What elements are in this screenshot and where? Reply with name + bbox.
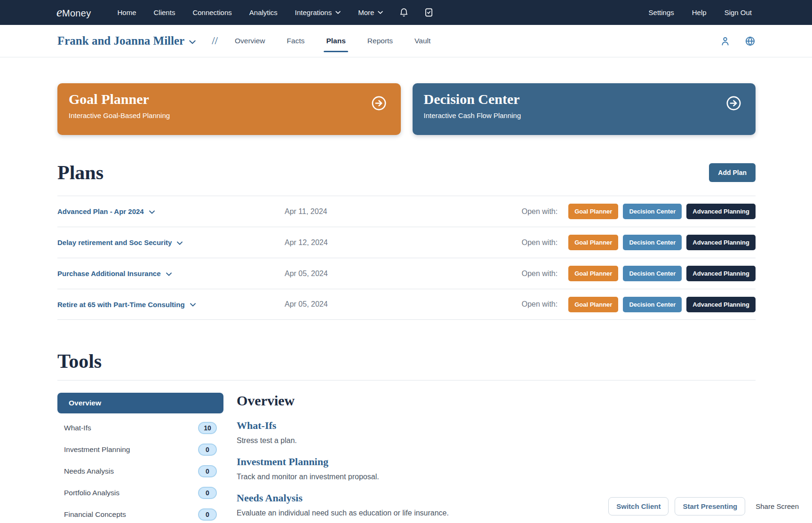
tab-plans[interactable]: Plans (326, 34, 345, 48)
chevron-down-icon (190, 302, 196, 307)
nav-item-help[interactable]: Help (692, 8, 707, 16)
sidebar-item-label: Portfolio Analysis (64, 489, 119, 497)
chevron-down-icon (166, 271, 172, 276)
nav-item-clients[interactable]: Clients (154, 8, 175, 16)
client-name-dropdown[interactable]: Frank and Joanna Miller (57, 34, 196, 48)
tool-item: Needs Analysis Evaluate an individual ne… (237, 492, 449, 517)
tools-content: Overview What-Ifs Stress test a plan. In… (237, 393, 449, 523)
open-with-label: Open with: (522, 207, 557, 216)
plan-name-dropdown[interactable]: Retire at 65 with Part-Time Consulting (57, 301, 285, 309)
plan-date: Apr 12, 2024 (285, 238, 328, 247)
chevron-down-icon (189, 38, 196, 44)
open-advanced-planning-button[interactable]: Advanced Planning (686, 266, 756, 281)
tasks-icon[interactable] (424, 8, 434, 17)
chevron-down-icon (149, 209, 155, 214)
count-badge: 0 (198, 508, 217, 521)
goal-planner-card[interactable]: Goal Planner Interactive Goal-Based Plan… (57, 83, 401, 135)
plan-list: Advanced Plan - Apr 2024 Apr 11, 2024 Op… (57, 196, 756, 320)
nav-item-analytics[interactable]: Analytics (249, 8, 278, 16)
sidebar-item-what-ifs[interactable]: What-Ifs 10 (57, 417, 223, 439)
plans-section: Plans Add Plan Advanced Plan - Apr 2024 … (57, 162, 756, 320)
top-nav-icons (399, 8, 434, 17)
switch-client-button[interactable]: Switch Client (608, 497, 669, 515)
add-plan-button[interactable]: Add Plan (709, 163, 756, 182)
sidebar-item-portfolio-analysis[interactable]: Portfolio Analysis 0 (57, 482, 223, 504)
card-title: Decision Center (424, 91, 745, 107)
plan-name-dropdown[interactable]: Purchase Additional Insurance (57, 269, 285, 277)
open-decision-center-button[interactable]: Decision Center (623, 266, 682, 281)
open-decision-center-button[interactable]: Decision Center (623, 235, 682, 250)
open-advanced-planning-button[interactable]: Advanced Planning (686, 204, 756, 219)
client-nav-icons (720, 36, 756, 47)
main-content: Goal Planner Interactive Goal-Based Plan… (0, 83, 812, 523)
tool-link-investment-planning[interactable]: Investment Planning (237, 456, 449, 468)
client-tabs: Overview Facts Plans Reports Vault (235, 34, 430, 48)
person-icon[interactable] (720, 36, 731, 47)
card-subtitle: Interactive Cash Flow Planning (424, 111, 745, 119)
launch-cards: Goal Planner Interactive Goal-Based Plan… (57, 83, 756, 135)
decision-center-card[interactable]: Decision Center Interactive Cash Flow Pl… (413, 83, 756, 135)
tool-link-what-ifs[interactable]: What-Ifs (237, 420, 449, 432)
sidebar-item-label: Overview (69, 399, 101, 407)
plan-row: Purchase Additional Insurance Apr 05, 20… (57, 258, 756, 289)
sidebar-item-label: Needs Analysis (64, 467, 114, 475)
tab-facts[interactable]: Facts (287, 34, 305, 48)
plan-row: Retire at 65 with Part-Time Consulting A… (57, 289, 756, 320)
nav-item-integrations[interactable]: Integrations (295, 8, 341, 16)
open-advanced-planning-button[interactable]: Advanced Planning (686, 235, 756, 250)
tab-reports[interactable]: Reports (367, 34, 393, 48)
sidebar-item-financial-concepts[interactable]: Financial Concepts 0 (57, 504, 223, 523)
divider (57, 380, 756, 380)
arrow-circle-right-icon (371, 95, 387, 111)
nav-item-more[interactable]: More (358, 8, 383, 16)
bell-icon[interactable] (399, 8, 409, 17)
open-goal-planner-button[interactable]: Goal Planner (568, 266, 618, 281)
count-badge: 0 (198, 444, 217, 456)
sidebar-item-investment-planning[interactable]: Investment Planning 0 (57, 439, 223, 460)
globe-icon[interactable] (745, 36, 756, 47)
open-decision-center-button[interactable]: Decision Center (623, 204, 682, 219)
start-presenting-button[interactable]: Start Presenting (675, 497, 745, 515)
open-advanced-planning-button[interactable]: Advanced Planning (686, 297, 756, 312)
nav-item-sign-out[interactable]: Sign Out (724, 8, 752, 16)
emoney-logo[interactable]: eMoney (56, 5, 91, 20)
logo-text-e: e (56, 5, 62, 20)
open-decision-center-button[interactable]: Decision Center (623, 297, 682, 312)
open-with-label: Open with: (522, 300, 557, 309)
sidebar-item-label: Financial Concepts (64, 510, 126, 519)
logo-text-money: Money (62, 8, 91, 19)
plan-row: Advanced Plan - Apr 2024 Apr 11, 2024 Op… (57, 196, 756, 227)
tool-link-needs-analysis[interactable]: Needs Analysis (237, 492, 449, 504)
plan-date: Apr 11, 2024 (285, 207, 327, 216)
presentation-actions: Switch Client Start Presenting Share Scr… (608, 497, 799, 515)
share-screen-link[interactable]: Share Screen (756, 502, 799, 510)
plan-row: Delay retirement and Soc Security Apr 12… (57, 227, 756, 258)
top-nav-links: Home Clients Connections Analytics Integ… (118, 8, 383, 16)
card-subtitle: Interactive Goal-Based Planning (69, 111, 390, 119)
sidebar-item-needs-analysis[interactable]: Needs Analysis 0 (57, 460, 223, 482)
tools-heading: Tools (57, 351, 756, 372)
card-title: Goal Planner (69, 91, 390, 107)
plans-heading: Plans (57, 162, 103, 183)
top-nav-right-links: Settings Help Sign Out (649, 8, 752, 16)
plan-date: Apr 05, 2024 (285, 300, 328, 309)
count-badge: 0 (198, 487, 217, 499)
plan-date: Apr 05, 2024 (285, 269, 328, 278)
tools-content-heading: Overview (237, 393, 449, 409)
nav-item-settings[interactable]: Settings (649, 8, 674, 16)
chevron-down-icon (335, 11, 341, 14)
plan-name-dropdown[interactable]: Advanced Plan - Apr 2024 (57, 207, 285, 215)
open-goal-planner-button[interactable]: Goal Planner (568, 235, 618, 250)
tool-item: What-Ifs Stress test a plan. (237, 420, 449, 445)
sidebar-item-label: Investment Planning (64, 445, 130, 454)
plan-name-dropdown[interactable]: Delay retirement and Soc Security (57, 238, 285, 246)
sidebar-item-overview[interactable]: Overview (57, 393, 223, 413)
open-goal-planner-button[interactable]: Goal Planner (568, 297, 618, 312)
tab-overview[interactable]: Overview (235, 34, 265, 48)
nav-item-home[interactable]: Home (118, 8, 136, 16)
nav-item-connections[interactable]: Connections (192, 8, 231, 16)
chevron-down-icon (378, 11, 383, 14)
tab-vault[interactable]: Vault (414, 34, 430, 48)
client-navbar: Frank and Joanna Miller // Overview Fact… (0, 25, 812, 57)
open-goal-planner-button[interactable]: Goal Planner (568, 204, 618, 219)
